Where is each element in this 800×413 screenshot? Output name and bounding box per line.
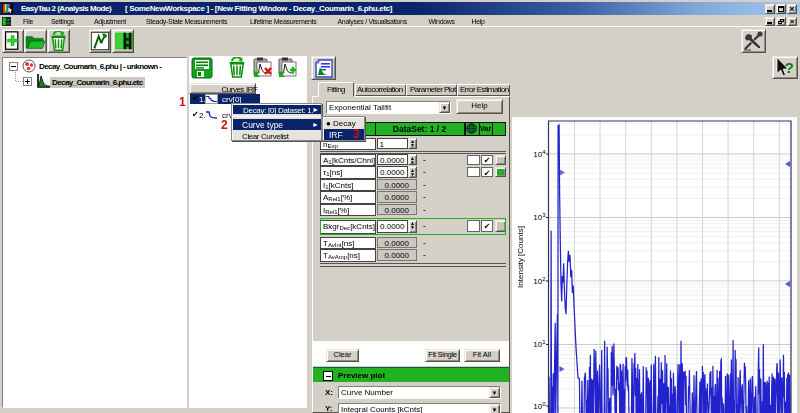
svg-text:?: ?	[785, 59, 794, 76]
svg-text:Intensity [Counts]: Intensity [Counts]	[516, 226, 525, 288]
